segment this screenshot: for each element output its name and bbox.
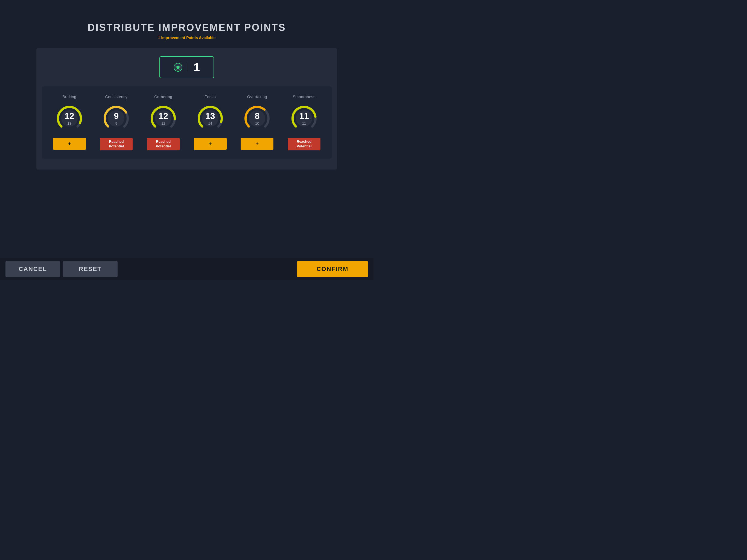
gauge-current-smoothness: 11	[299, 111, 309, 120]
confirm-button[interactable]: CONFIRM	[297, 261, 368, 277]
subtitle: 1 Improvement Points Available	[0, 35, 374, 40]
add-button-focus[interactable]: +	[194, 138, 227, 150]
gauge-focus: 1314	[195, 103, 225, 133]
add-button-overtaking[interactable]: +	[241, 138, 274, 150]
gauge-current-overtaking: 8	[255, 111, 260, 120]
skill-card-overtaking: Overtaking810+	[238, 95, 276, 150]
skill-name-smoothness: Smoothness	[293, 95, 315, 99]
gauge-current-focus: 13	[205, 111, 215, 120]
points-number: 1	[194, 61, 200, 74]
add-button-braking[interactable]: +	[53, 138, 86, 150]
reached-label-smoothness: Reached Potential	[288, 138, 320, 150]
skill-card-braking: Braking1213+	[50, 95, 88, 150]
skill-name-cornering: Cornering	[154, 95, 172, 99]
skill-name-focus: Focus	[205, 95, 216, 99]
gauge-max-consistency: 9	[114, 121, 119, 126]
gauge-max-focus: 14	[205, 121, 215, 126]
skill-name-overtaking: Overtaking	[247, 95, 267, 99]
gauge-current-cornering: 12	[158, 111, 168, 120]
reached-label-cornering: Reached Potential	[147, 138, 180, 150]
points-divider	[188, 63, 188, 71]
reset-button[interactable]: RESET	[63, 261, 118, 277]
gauge-max-braking: 13	[65, 121, 74, 126]
gauge-overtaking: 810	[242, 103, 272, 133]
skill-name-consistency: Consistency	[105, 95, 128, 99]
skills-panel: Braking1213+Consistency99Reached Potenti…	[42, 86, 332, 159]
gauge-current-braking: 12	[65, 111, 74, 120]
gauge-max-overtaking: 10	[255, 121, 260, 126]
skill-card-focus: Focus1314+	[191, 95, 229, 150]
skill-card-consistency: Consistency99Reached Potential	[97, 95, 135, 150]
skill-card-smoothness: Smoothness1111Reached Potential	[285, 95, 323, 150]
footer-left: CANCEL RESET	[5, 261, 118, 277]
skill-name-braking: Braking	[62, 95, 76, 99]
gauge-max-cornering: 12	[158, 121, 168, 126]
gauge-current-consistency: 9	[114, 111, 119, 120]
cancel-button[interactable]: CANCEL	[5, 261, 60, 277]
footer: CANCEL RESET CONFIRM	[0, 258, 374, 280]
gauge-braking: 1213	[54, 103, 84, 133]
main-panel: 1 Braking1213+Consistency99Reached Poten…	[36, 48, 337, 170]
gauge-consistency: 99	[101, 103, 131, 133]
reached-label-consistency: Reached Potential	[100, 138, 133, 150]
page-title: DISTRIBUTE IMPROVEMENT POINTS	[0, 0, 374, 33]
gauge-smoothness: 1111	[289, 103, 319, 133]
skill-card-cornering: Cornering1212Reached Potential	[144, 95, 182, 150]
points-box: 1	[159, 56, 214, 78]
points-display: 1	[42, 56, 332, 78]
gauge-cornering: 1212	[148, 103, 178, 133]
star-icon	[174, 63, 182, 72]
gauge-max-smoothness: 11	[299, 121, 309, 126]
